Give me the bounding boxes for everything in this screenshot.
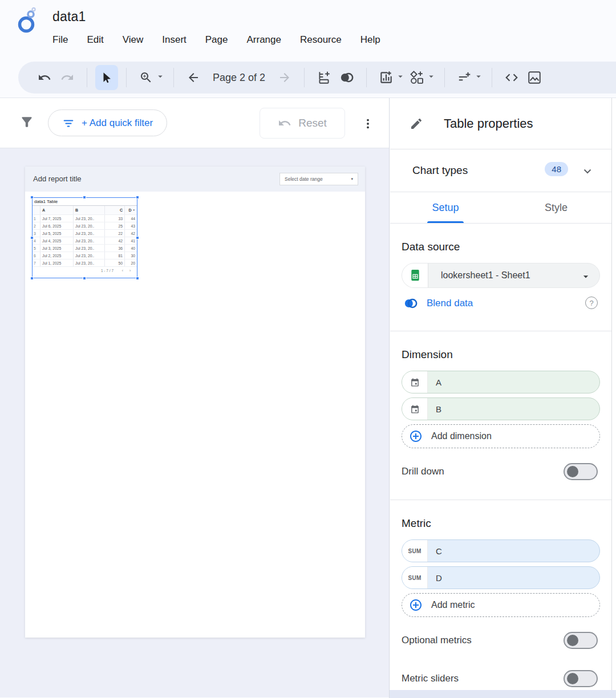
optional-metrics-label: Optional metrics <box>402 635 472 646</box>
tab-style[interactable]: Style <box>501 192 611 223</box>
add-chart-button[interactable] <box>375 65 398 90</box>
optional-metrics-row: Optional metrics <box>390 632 611 649</box>
redo-button[interactable] <box>56 65 79 90</box>
table-row: 1Jul 7, 2025Jul 23, 20..3344 <box>33 214 137 222</box>
looker-studio-logo[interactable] <box>15 7 39 36</box>
drill-down-toggle[interactable] <box>564 463 598 480</box>
data-source-name: lookersheet1 - Sheet1 <box>441 270 530 281</box>
pagination-next-icon[interactable]: › <box>129 268 131 273</box>
selection-handle[interactable] <box>136 196 139 199</box>
add-quick-filter-button[interactable]: + Add quick filter <box>48 109 167 136</box>
metric-chip-d[interactable]: SUM D <box>402 566 600 589</box>
section-divider <box>390 331 611 331</box>
menu-insert[interactable]: Insert <box>162 34 187 46</box>
chart-types-expander[interactable]: Chart types 48 <box>390 149 611 192</box>
blend-data-link[interactable]: Blend data <box>427 298 473 309</box>
selection-handle[interactable] <box>30 277 34 280</box>
report-name[interactable]: data1 <box>52 9 86 25</box>
col-header-b[interactable]: B <box>73 206 104 214</box>
main-area: + Add quick filter Reset Add report titl… <box>0 98 616 698</box>
data-source-caret-icon[interactable] <box>580 271 591 285</box>
panel-tabs: Setup Style <box>390 192 611 224</box>
menu-resource[interactable]: Resource <box>300 34 342 46</box>
date-range-control[interactable]: Select date range ▾ <box>279 173 358 185</box>
col-header-a[interactable]: A <box>40 206 73 214</box>
col-header-c[interactable]: C <box>104 206 124 214</box>
add-chart-caret[interactable] <box>395 71 406 84</box>
toolbar-divider <box>492 68 492 87</box>
date-range-label: Select date range <box>285 176 323 182</box>
metric-sliders-row: Metric sliders <box>390 670 611 687</box>
table-row: 6Jul 2, 2025Jul 23, 20..8130 <box>33 251 137 259</box>
more-options-button[interactable] <box>362 116 374 132</box>
filter-bar: + Add quick filter Reset <box>0 98 389 148</box>
page-forward-button[interactable] <box>273 65 296 90</box>
add-page-button[interactable] <box>313 65 335 90</box>
menu-page[interactable]: Page <box>205 34 228 46</box>
report-header-band[interactable]: Add report title Select date range ▾ <box>25 167 365 192</box>
table-component-title: data1 Table <box>33 198 137 206</box>
report-page[interactable]: Add report title Select date range ▾ dat… <box>25 167 365 638</box>
selection-handle[interactable] <box>30 236 34 240</box>
blend-data-toolbar-button[interactable] <box>335 65 358 90</box>
filter-lines-icon <box>62 117 75 129</box>
add-control-button[interactable] <box>453 65 476 90</box>
blend-icon <box>403 295 419 311</box>
selection-handle[interactable] <box>136 236 139 240</box>
community-viz-button[interactable] <box>406 65 428 90</box>
selection-handle[interactable] <box>136 277 139 280</box>
drill-down-label: Drill down <box>402 466 444 477</box>
table-row: 5Jul 3, 2025Jul 23, 20..3640 <box>33 244 137 251</box>
reset-undo-icon <box>278 116 291 130</box>
date-range-caret-icon: ▾ <box>351 177 353 181</box>
embed-code-button[interactable] <box>500 65 523 90</box>
toolbar-divider <box>87 68 87 87</box>
add-circle-icon <box>409 429 423 443</box>
reset-button[interactable]: Reset <box>260 108 345 139</box>
optional-metrics-toggle[interactable] <box>564 632 598 649</box>
report-canvas[interactable]: Add report title Select date range ▾ dat… <box>0 148 389 697</box>
collapsed-data-panel-edge <box>611 98 616 690</box>
undo-button[interactable] <box>33 65 56 90</box>
pagination-prev-icon[interactable]: ‹ <box>122 268 124 273</box>
chevron-down-icon[interactable] <box>581 164 594 180</box>
table-component[interactable]: data1 Table A B C D ▼ 1Jul 7, 2025Jul 23… <box>33 198 137 278</box>
add-circle-icon <box>409 598 423 612</box>
metric-field-label: D <box>436 573 442 583</box>
zoom-tool-button[interactable] <box>135 65 157 90</box>
add-metric-button[interactable]: Add metric <box>402 593 600 617</box>
data-source-selector[interactable]: lookersheet1 - Sheet1 <box>402 263 600 288</box>
add-dimension-button[interactable]: Add dimension <box>402 424 600 448</box>
drill-down-row: Drill down <box>390 463 611 480</box>
sort-desc-icon: ▼ <box>133 209 135 212</box>
community-viz-caret[interactable] <box>426 71 436 84</box>
selection-handle[interactable] <box>83 277 86 280</box>
menu-edit[interactable]: Edit <box>87 34 103 46</box>
tab-setup[interactable]: Setup <box>390 192 501 223</box>
blend-data-row: Blend data ? <box>403 295 598 311</box>
app-header: data1 File Edit View Insert Page Arrange… <box>0 0 616 57</box>
image-button[interactable] <box>523 65 546 90</box>
help-icon[interactable]: ? <box>585 297 598 309</box>
canvas-region: + Add quick filter Reset Add report titl… <box>0 98 390 698</box>
pagination-label: 1 - 7 / 7 <box>33 269 116 273</box>
menu-view[interactable]: View <box>123 34 144 46</box>
dimension-heading: Dimension <box>402 348 611 361</box>
metric-chip-c[interactable]: SUM C <box>402 539 600 562</box>
col-header-d[interactable]: D ▼ <box>124 206 137 214</box>
dimension-chip-b[interactable]: B <box>402 397 600 420</box>
menu-arrange[interactable]: Arrange <box>246 34 281 46</box>
panel-header: Table properties <box>390 98 611 149</box>
selection-handle[interactable] <box>30 196 34 199</box>
menu-file[interactable]: File <box>52 34 68 46</box>
page-indicator: Page 2 of 2 <box>213 72 265 84</box>
add-control-caret[interactable] <box>473 71 484 84</box>
selection-handle[interactable] <box>83 196 86 199</box>
dimension-chip-a[interactable]: A <box>402 371 600 393</box>
report-title-placeholder[interactable]: Add report title <box>33 174 82 183</box>
select-tool-button[interactable] <box>95 65 118 90</box>
page-back-button[interactable] <box>182 65 205 90</box>
menu-help[interactable]: Help <box>360 34 380 46</box>
zoom-dropdown-caret[interactable] <box>155 71 165 84</box>
metric-sliders-toggle[interactable] <box>564 670 598 687</box>
